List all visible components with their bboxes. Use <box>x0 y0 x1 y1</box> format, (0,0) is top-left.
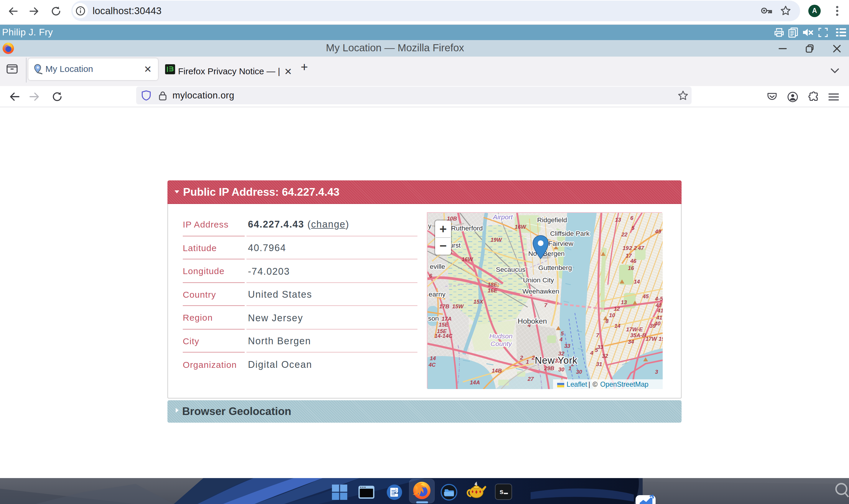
svg-text:Weehawken: Weehawken <box>522 287 559 295</box>
svg-text:10: 10 <box>609 312 615 318</box>
svg-text:5: 5 <box>595 347 598 353</box>
svg-text:15W: 15W <box>452 303 464 309</box>
svg-text:County: County <box>490 340 512 347</box>
svg-text:4: 4 <box>590 349 593 356</box>
svg-text:y: y <box>428 222 432 229</box>
svg-text:41: 41 <box>657 307 663 313</box>
svg-text:27: 27 <box>527 376 534 382</box>
svg-text:12: 12 <box>614 305 620 311</box>
svg-text:45: 45 <box>642 293 649 299</box>
svg-text:34: 34 <box>628 338 634 345</box>
svg-text:−: − <box>439 238 447 252</box>
svg-text:4C: 4C <box>428 361 436 367</box>
svg-text:New York: New York <box>535 355 578 365</box>
svg-text:s: s <box>499 488 504 496</box>
svg-text:46: 46 <box>630 257 636 264</box>
svg-text:17W-E: 17W-E <box>626 326 643 332</box>
svg-text:30: 30 <box>558 366 564 372</box>
svg-text:17B: 17B <box>439 303 449 309</box>
svg-text:6: 6 <box>429 272 432 278</box>
svg-text:Hoboken: Hoboken <box>518 317 547 325</box>
svg-text:19: 19 <box>622 245 629 251</box>
svg-text:+: + <box>439 222 447 235</box>
svg-text:16W: 16W <box>515 223 526 230</box>
svg-text:Leaflet: Leaflet <box>566 380 587 388</box>
svg-text:47: 47 <box>638 245 645 251</box>
svg-text:|: | <box>589 380 590 388</box>
svg-text:16W: 16W <box>462 256 473 262</box>
svg-text:35A-B: 35A-B <box>630 332 646 338</box>
svg-text:5: 5 <box>631 224 635 231</box>
svg-text:eville: eville <box>430 262 445 270</box>
svg-text:Union City: Union City <box>523 276 554 284</box>
svg-text:1: 1 <box>568 365 571 371</box>
svg-text:OpenStreetMap: OpenStreetMap <box>600 380 649 388</box>
svg-text:Hudson: Hudson <box>489 332 513 340</box>
svg-text:15X: 15X <box>473 298 484 304</box>
svg-text:17A: 17A <box>441 316 452 322</box>
svg-text:14B: 14B <box>492 367 502 374</box>
svg-text:Secaucus: Secaucus <box>496 265 525 273</box>
svg-text:14A: 14A <box>470 379 480 385</box>
svg-text:Guttenberg: Guttenberg <box>538 264 572 271</box>
svg-text:son: son <box>428 314 439 322</box>
svg-text:16E: 16E <box>488 287 498 293</box>
svg-text:4: 4 <box>559 336 563 342</box>
svg-text:31: 31 <box>596 361 602 367</box>
svg-text:15E: 15E <box>439 321 449 327</box>
svg-text:Rutherford: Rutherford <box>451 224 483 232</box>
svg-text:39: 39 <box>650 322 656 329</box>
svg-text:19W: 19W <box>490 236 502 242</box>
svg-text:29B: 29B <box>544 365 554 371</box>
svg-text:30: 30 <box>576 368 582 375</box>
svg-text:7: 7 <box>544 302 548 308</box>
svg-text:Fairview: Fairview <box>548 239 573 247</box>
svg-text:©: © <box>593 380 598 388</box>
svg-text:33: 33 <box>564 342 571 349</box>
svg-text:8: 8 <box>606 318 609 324</box>
svg-text:14: 14 <box>634 278 640 284</box>
svg-text:14-14C: 14-14C <box>435 332 453 339</box>
svg-text:13: 13 <box>615 216 621 222</box>
svg-text:32: 32 <box>602 353 608 359</box>
svg-text:6: 6 <box>630 215 633 221</box>
svg-text:2: 2 <box>520 354 523 360</box>
svg-text:7: 7 <box>596 332 600 338</box>
svg-text:Cliffside Park: Cliffside Park <box>550 229 590 237</box>
svg-text:49: 49 <box>655 228 661 234</box>
svg-text:17W: 17W <box>646 336 657 342</box>
svg-text:14: 14 <box>614 322 620 329</box>
svg-text:19: 19 <box>658 336 663 342</box>
svg-text:16: 16 <box>628 265 634 271</box>
svg-text:earny: earny <box>429 290 446 298</box>
svg-text:5: 5 <box>561 330 564 336</box>
svg-text:1: 1 <box>526 358 529 365</box>
svg-text:Ridgefield: Ridgefield <box>537 216 567 223</box>
svg-text:13: 13 <box>621 299 627 305</box>
svg-text:2: 2 <box>629 245 632 251</box>
svg-text:2: 2 <box>633 245 637 251</box>
svg-text:Airport: Airport <box>492 213 513 220</box>
svg-text:3: 3 <box>655 368 658 375</box>
svg-text:41: 41 <box>656 314 663 320</box>
svg-text:33: 33 <box>597 344 603 350</box>
svg-text:4-5: 4-5 <box>655 295 663 302</box>
svg-text:14: 14 <box>430 355 436 361</box>
svg-text:22: 22 <box>621 231 628 237</box>
svg-text:18E;: 18E; <box>488 281 499 287</box>
